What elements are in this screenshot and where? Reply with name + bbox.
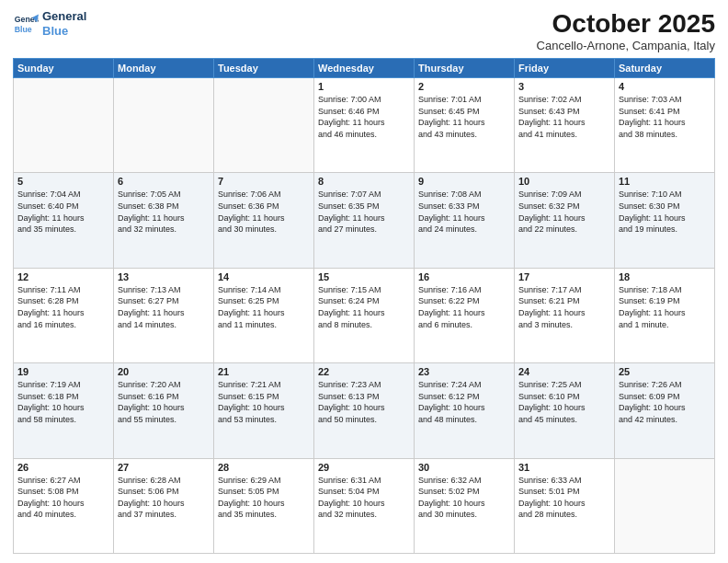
day-number: 2 — [418, 81, 510, 92]
day-number: 18 — [619, 271, 711, 282]
day-info: Sunrise: 7:13 AM Sunset: 6:27 PM Dayligh… — [118, 284, 210, 330]
page: General Blue General Blue October 2025 C… — [0, 0, 728, 563]
day-info: Sunrise: 7:05 AM Sunset: 6:38 PM Dayligh… — [118, 189, 210, 235]
calendar-cell: 20Sunrise: 7:20 AM Sunset: 6:16 PM Dayli… — [114, 363, 214, 458]
day-info: Sunrise: 7:26 AM Sunset: 6:09 PM Dayligh… — [619, 379, 711, 425]
calendar-cell: 7Sunrise: 7:06 AM Sunset: 6:36 PM Daylig… — [214, 173, 314, 268]
day-number: 27 — [118, 462, 210, 473]
day-info: Sunrise: 7:08 AM Sunset: 6:33 PM Dayligh… — [418, 189, 510, 235]
day-info: Sunrise: 7:04 AM Sunset: 6:40 PM Dayligh… — [17, 189, 109, 235]
calendar-cell: 25Sunrise: 7:26 AM Sunset: 6:09 PM Dayli… — [615, 363, 715, 458]
calendar-cell — [114, 78, 214, 173]
day-info: Sunrise: 7:20 AM Sunset: 6:16 PM Dayligh… — [118, 379, 210, 425]
day-number: 7 — [218, 176, 310, 187]
calendar-cell: 28Sunrise: 6:29 AM Sunset: 5:05 PM Dayli… — [214, 458, 314, 553]
day-number: 26 — [17, 462, 109, 473]
day-number: 9 — [418, 176, 510, 187]
day-number: 8 — [318, 176, 410, 187]
day-info: Sunrise: 7:16 AM Sunset: 6:22 PM Dayligh… — [418, 284, 510, 330]
subtitle: Cancello-Arnone, Campania, Italy — [537, 39, 715, 52]
calendar-cell: 19Sunrise: 7:19 AM Sunset: 6:18 PM Dayli… — [14, 363, 114, 458]
calendar-cell: 14Sunrise: 7:14 AM Sunset: 6:25 PM Dayli… — [214, 268, 314, 362]
calendar-cell: 26Sunrise: 6:27 AM Sunset: 5:08 PM Dayli… — [14, 458, 114, 553]
title-block: October 2025 Cancello-Arnone, Campania, … — [537, 9, 715, 52]
day-info: Sunrise: 7:11 AM Sunset: 6:28 PM Dayligh… — [17, 284, 109, 330]
calendar-cell: 17Sunrise: 7:17 AM Sunset: 6:21 PM Dayli… — [515, 268, 615, 362]
col-header-thursday: Thursday — [415, 59, 515, 78]
day-info: Sunrise: 7:09 AM Sunset: 6:32 PM Dayligh… — [518, 189, 610, 235]
day-number: 6 — [118, 176, 210, 187]
calendar-table: SundayMondayTuesdayWednesdayThursdayFrid… — [13, 58, 715, 554]
day-info: Sunrise: 7:06 AM Sunset: 6:36 PM Dayligh… — [218, 189, 310, 235]
day-number: 25 — [619, 366, 711, 377]
svg-text:Blue: Blue — [15, 24, 32, 33]
col-header-friday: Friday — [515, 59, 615, 78]
day-number: 16 — [418, 271, 510, 282]
calendar-cell: 23Sunrise: 7:24 AM Sunset: 6:12 PM Dayli… — [415, 363, 515, 458]
day-number: 10 — [518, 176, 610, 187]
calendar-cell — [214, 78, 314, 173]
col-header-sunday: Sunday — [14, 59, 114, 78]
day-info: Sunrise: 7:10 AM Sunset: 6:30 PM Dayligh… — [619, 189, 711, 235]
day-number: 11 — [619, 176, 711, 187]
day-number: 5 — [17, 176, 109, 187]
day-info: Sunrise: 7:23 AM Sunset: 6:13 PM Dayligh… — [318, 379, 410, 425]
day-number: 13 — [118, 271, 210, 282]
calendar-cell: 5Sunrise: 7:04 AM Sunset: 6:40 PM Daylig… — [14, 173, 114, 268]
day-info: Sunrise: 6:31 AM Sunset: 5:04 PM Dayligh… — [318, 475, 410, 521]
day-info: Sunrise: 7:25 AM Sunset: 6:10 PM Dayligh… — [518, 379, 610, 425]
day-info: Sunrise: 7:15 AM Sunset: 6:24 PM Dayligh… — [318, 284, 410, 330]
day-info: Sunrise: 6:29 AM Sunset: 5:05 PM Dayligh… — [218, 475, 310, 521]
calendar-cell: 30Sunrise: 6:32 AM Sunset: 5:02 PM Dayli… — [415, 458, 515, 553]
month-title: October 2025 — [537, 9, 715, 39]
day-number: 28 — [218, 462, 310, 473]
day-info: Sunrise: 7:01 AM Sunset: 6:45 PM Dayligh… — [418, 94, 510, 140]
calendar-cell: 13Sunrise: 7:13 AM Sunset: 6:27 PM Dayli… — [114, 268, 214, 362]
day-number: 12 — [17, 271, 109, 282]
day-info: Sunrise: 7:24 AM Sunset: 6:12 PM Dayligh… — [418, 379, 510, 425]
calendar-cell: 29Sunrise: 6:31 AM Sunset: 5:04 PM Dayli… — [314, 458, 415, 553]
day-info: Sunrise: 7:19 AM Sunset: 6:18 PM Dayligh… — [17, 379, 109, 425]
calendar-cell: 3Sunrise: 7:02 AM Sunset: 6:43 PM Daylig… — [515, 78, 615, 173]
logo-line1: General — [42, 9, 86, 24]
day-number: 21 — [218, 366, 310, 377]
calendar-cell: 11Sunrise: 7:10 AM Sunset: 6:30 PM Dayli… — [615, 173, 715, 268]
day-number: 4 — [619, 81, 711, 92]
day-info: Sunrise: 7:00 AM Sunset: 6:46 PM Dayligh… — [318, 94, 410, 140]
day-number: 23 — [418, 366, 510, 377]
day-number: 14 — [218, 271, 310, 282]
header: General Blue General Blue October 2025 C… — [13, 9, 715, 52]
day-info: Sunrise: 6:28 AM Sunset: 5:06 PM Dayligh… — [118, 475, 210, 521]
calendar-cell — [14, 78, 114, 173]
day-number: 15 — [318, 271, 410, 282]
logo: General Blue General Blue — [13, 9, 86, 38]
calendar-week-row: 5Sunrise: 7:04 AM Sunset: 6:40 PM Daylig… — [14, 173, 715, 268]
calendar-cell: 21Sunrise: 7:21 AM Sunset: 6:15 PM Dayli… — [214, 363, 314, 458]
calendar-week-row: 19Sunrise: 7:19 AM Sunset: 6:18 PM Dayli… — [14, 363, 715, 458]
day-info: Sunrise: 6:32 AM Sunset: 5:02 PM Dayligh… — [418, 475, 510, 521]
calendar-cell: 15Sunrise: 7:15 AM Sunset: 6:24 PM Dayli… — [314, 268, 415, 362]
day-number: 29 — [318, 462, 410, 473]
calendar-cell: 9Sunrise: 7:08 AM Sunset: 6:33 PM Daylig… — [415, 173, 515, 268]
day-number: 22 — [318, 366, 410, 377]
calendar-week-row: 12Sunrise: 7:11 AM Sunset: 6:28 PM Dayli… — [14, 268, 715, 362]
day-number: 24 — [518, 366, 610, 377]
day-info: Sunrise: 7:03 AM Sunset: 6:41 PM Dayligh… — [619, 94, 711, 140]
calendar-cell: 6Sunrise: 7:05 AM Sunset: 6:38 PM Daylig… — [114, 173, 214, 268]
day-number: 3 — [518, 81, 610, 92]
day-info: Sunrise: 6:33 AM Sunset: 5:01 PM Dayligh… — [518, 475, 610, 521]
day-info: Sunrise: 7:21 AM Sunset: 6:15 PM Dayligh… — [218, 379, 310, 425]
calendar-cell: 10Sunrise: 7:09 AM Sunset: 6:32 PM Dayli… — [515, 173, 615, 268]
calendar-cell: 24Sunrise: 7:25 AM Sunset: 6:10 PM Dayli… — [515, 363, 615, 458]
col-header-wednesday: Wednesday — [314, 59, 415, 78]
day-number: 20 — [118, 366, 210, 377]
day-info: Sunrise: 7:18 AM Sunset: 6:19 PM Dayligh… — [619, 284, 711, 330]
calendar-cell: 27Sunrise: 6:28 AM Sunset: 5:06 PM Dayli… — [114, 458, 214, 553]
calendar-cell: 4Sunrise: 7:03 AM Sunset: 6:41 PM Daylig… — [615, 78, 715, 173]
calendar-cell: 31Sunrise: 6:33 AM Sunset: 5:01 PM Dayli… — [515, 458, 615, 553]
col-header-saturday: Saturday — [615, 59, 715, 78]
calendar-cell: 12Sunrise: 7:11 AM Sunset: 6:28 PM Dayli… — [14, 268, 114, 362]
calendar-cell — [615, 458, 715, 553]
calendar-cell: 2Sunrise: 7:01 AM Sunset: 6:45 PM Daylig… — [415, 78, 515, 173]
calendar-cell: 22Sunrise: 7:23 AM Sunset: 6:13 PM Dayli… — [314, 363, 415, 458]
